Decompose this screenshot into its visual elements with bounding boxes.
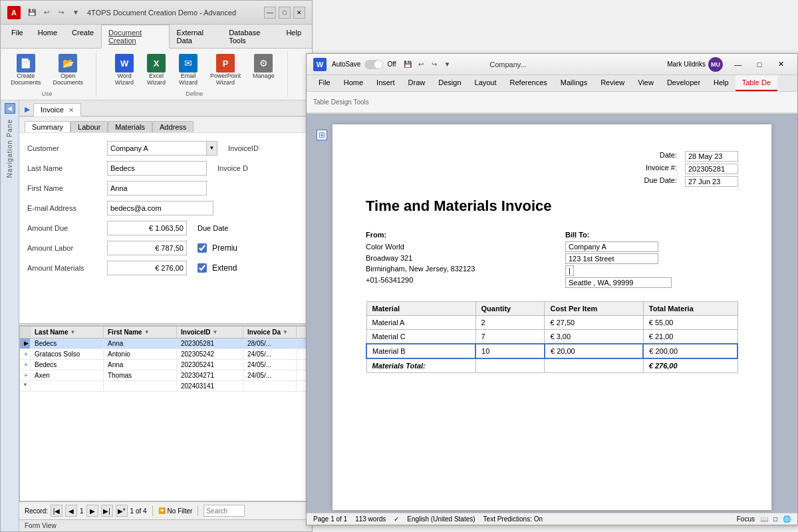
table-row[interactable]: ▶ Bedecs Anna 202305281 28/05/... (20, 338, 311, 349)
web-layout-icon[interactable]: 🌐 (783, 515, 791, 523)
table-row[interactable]: + Gratacos Solso Antonio 202305242 24/05… (20, 349, 311, 360)
tab-file[interactable]: File (4, 25, 31, 48)
invoice-id-label: InvoiceID (228, 144, 259, 152)
ds-col-invoiceid[interactable]: InvoiceID ▼ (177, 327, 243, 338)
next-record-btn[interactable]: ▶ (86, 505, 98, 517)
print-layout-icon[interactable]: □ (773, 515, 777, 523)
bill-street-input[interactable]: 123 1st Street (565, 253, 658, 264)
premium-checkbox[interactable] (198, 243, 207, 253)
word-redo-btn[interactable]: ↪ (428, 59, 440, 70)
td-total-b[interactable]: € 200,00 (643, 344, 737, 358)
table-row[interactable]: * 202403141 (20, 381, 311, 392)
create-documents-btn[interactable]: 📄 CreateDocuments (6, 51, 46, 89)
firstname-input[interactable] (107, 181, 207, 196)
close-btn[interactable]: ✕ (293, 7, 305, 19)
word-undo-btn[interactable]: ↩ (415, 59, 427, 70)
word-doc-area[interactable]: ⊞ Date: 28 May 23 Invoice #: 202305281 D… (307, 114, 797, 513)
ds-sort-firstname[interactable]: ▼ (144, 329, 150, 335)
subform-tab-address[interactable]: Address (152, 121, 194, 132)
word-tab-layout[interactable]: Layout (468, 75, 503, 91)
ds-col-lastname[interactable]: Last Name ▼ (31, 327, 104, 338)
amount-labor-input[interactable] (107, 241, 187, 255)
word-tab-file[interactable]: File (312, 75, 337, 91)
ds-col-invoicedate[interactable]: Invoice Da ▼ (243, 327, 297, 338)
email-input[interactable] (107, 201, 213, 215)
td-cost-b[interactable]: € 20,00 (545, 344, 643, 358)
word-tab-developer[interactable]: Developer (660, 75, 707, 91)
more-qa-btn[interactable]: ▼ (70, 7, 82, 19)
subform-tab-bar: Summary Labour Materials Address (19, 116, 312, 133)
first-record-btn[interactable]: |◀ (51, 505, 63, 517)
tab-document-creation[interactable]: Document Creation (101, 25, 169, 49)
redo-qa-btn[interactable]: ↪ (55, 7, 67, 19)
ds-sort-lastname[interactable]: ▼ (70, 329, 76, 335)
word-focus-btn[interactable]: Focus (737, 515, 755, 523)
bill-blank-input[interactable]: | (565, 265, 574, 276)
manage-btn[interactable]: ⚙ Manage (248, 51, 279, 89)
word-more-btn[interactable]: ▼ (442, 59, 454, 70)
word-tab-insert[interactable]: Insert (370, 75, 402, 91)
search-box[interactable] (203, 505, 245, 517)
prev-record-btn[interactable]: ◀ (65, 505, 77, 517)
ds-col-firstname[interactable]: First Name ▼ (104, 327, 177, 338)
form-tab-close-btn[interactable]: ✕ (68, 106, 74, 114)
customer-input[interactable] (107, 141, 207, 156)
word-tab-references[interactable]: References (503, 75, 554, 91)
form-tab-invoice[interactable]: Invoice ✕ (33, 103, 81, 116)
search-input[interactable] (204, 507, 244, 515)
doc-add-icon[interactable]: ⊞ (317, 130, 327, 140)
word-tab-help[interactable]: Help (707, 75, 735, 91)
bill-city-input[interactable]: Seattle , WA, 99999 (565, 277, 672, 288)
tab-external-data[interactable]: External Data (170, 25, 222, 48)
table-row[interactable]: + Axen Thomas 202304271 24/05/... (20, 370, 311, 381)
word-tab-view[interactable]: View (631, 75, 660, 91)
word-restore-btn[interactable]: □ (749, 57, 769, 72)
new-record-btn[interactable]: ▶* (116, 505, 128, 517)
undo-qa-btn[interactable]: ↩ (41, 7, 53, 19)
last-record-btn[interactable]: ▶| (101, 505, 113, 517)
word-wizard-btn[interactable]: W WordWizard (110, 51, 139, 89)
spell-check-icon[interactable]: ✓ (394, 515, 399, 523)
minimize-btn[interactable]: — (264, 7, 276, 19)
table-total-row: Materials Total: € 276,00 (366, 358, 737, 373)
td-material-b[interactable]: Material B (366, 344, 475, 358)
email-wizard-btn[interactable]: ✉ EmailWizard (174, 51, 203, 89)
restore-btn[interactable]: □ (279, 7, 291, 19)
autosave-toggle[interactable] (364, 60, 383, 69)
word-tab-review[interactable]: Review (594, 75, 631, 91)
excel-wizard-btn[interactable]: X ExcelWizard (142, 51, 171, 89)
subform-tab-materials[interactable]: Materials (108, 121, 152, 132)
word-tab-design[interactable]: Design (432, 75, 467, 91)
nav-toggle-btn[interactable]: ◀ (5, 103, 15, 114)
table-row[interactable]: + Bedecs Anna 202305241 24/05/... (20, 360, 311, 370)
powerpoint-wizard-btn[interactable]: P PowerPointWizard (205, 51, 245, 89)
extended-checkbox[interactable] (198, 263, 207, 273)
word-tab-mailings[interactable]: Mailings (554, 75, 594, 91)
word-tab-draw[interactable]: Draw (402, 75, 432, 91)
lastname-input[interactable] (107, 161, 207, 176)
tab-database-tools[interactable]: Database Tools (221, 25, 279, 48)
word-wizard-icon: W (115, 54, 134, 72)
subform-tab-labour[interactable]: Labour (70, 121, 108, 132)
word-status-bar: Page 1 of 1 113 words ✓ English (United … (307, 513, 797, 525)
customer-dropdown-arrow[interactable]: ▼ (207, 141, 217, 156)
word-save-btn[interactable]: 💾 (402, 59, 414, 70)
open-documents-btn[interactable]: 📂 OpenDocuments (49, 51, 88, 89)
amount-materials-input[interactable] (107, 261, 187, 275)
tab-create[interactable]: Create (65, 25, 101, 48)
ds-sort-invoicedate[interactable]: ▼ (283, 329, 288, 335)
tab-help[interactable]: Help (279, 25, 309, 48)
ds-cell-id-2: 202305242 (177, 349, 243, 359)
subform-tab-summary[interactable]: Summary (25, 121, 70, 132)
word-tab-home[interactable]: Home (337, 75, 370, 91)
word-close-btn[interactable]: ✕ (771, 57, 791, 72)
read-mode-icon[interactable]: 📖 (760, 515, 768, 523)
bill-company-input[interactable]: Company A (565, 241, 658, 252)
word-minimize-btn[interactable]: — (728, 57, 748, 72)
amount-due-input[interactable] (107, 221, 187, 235)
td-qty-b[interactable]: 10 (475, 344, 545, 358)
ds-sort-invoiceid[interactable]: ▼ (212, 329, 217, 335)
tab-home[interactable]: Home (31, 25, 65, 48)
save-qa-btn[interactable]: 💾 (26, 7, 38, 19)
word-tab-table-design[interactable]: Table De (735, 75, 777, 91)
